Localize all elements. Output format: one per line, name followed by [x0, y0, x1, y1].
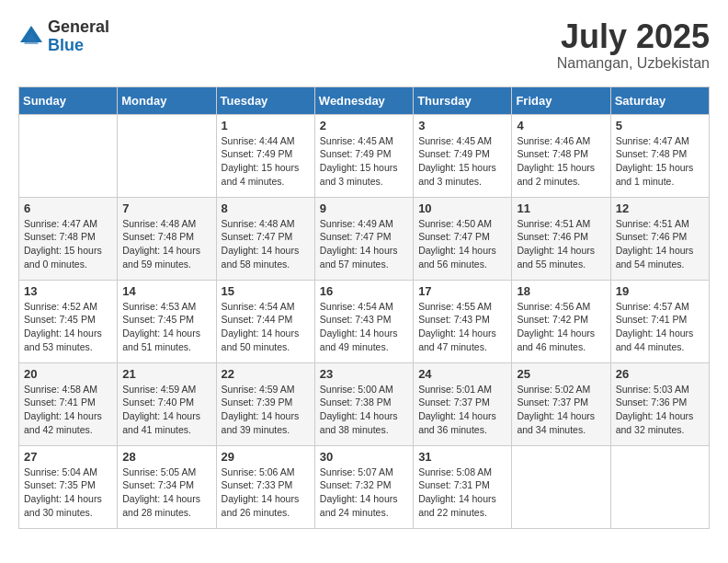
- day-info: Sunrise: 4:58 AMSunset: 7:41 PMDaylight:…: [24, 383, 112, 437]
- calendar-day: 3Sunrise: 4:45 AMSunset: 7:49 PMDaylight…: [414, 114, 512, 197]
- calendar-day: 6Sunrise: 4:47 AMSunset: 7:48 PMDaylight…: [19, 197, 118, 280]
- calendar-day: [19, 114, 118, 197]
- day-number: 20: [24, 367, 112, 381]
- day-info: Sunrise: 4:59 AMSunset: 7:40 PMDaylight:…: [122, 383, 210, 437]
- day-info: Sunrise: 4:53 AMSunset: 7:45 PMDaylight:…: [122, 300, 210, 354]
- header-tuesday: Tuesday: [216, 86, 314, 114]
- day-info: Sunrise: 4:44 AMSunset: 7:49 PMDaylight:…: [222, 134, 310, 189]
- calendar-week-0: 1Sunrise: 4:44 AMSunset: 7:49 PMDaylight…: [19, 114, 710, 197]
- day-number: 19: [616, 284, 704, 298]
- day-info: Sunrise: 4:48 AMSunset: 7:47 PMDaylight:…: [222, 217, 310, 271]
- header-thursday: Thursday: [414, 86, 512, 114]
- calendar-day: 31Sunrise: 5:08 AMSunset: 7:31 PMDayligh…: [414, 445, 512, 528]
- day-info: Sunrise: 5:03 AMSunset: 7:36 PMDaylight:…: [616, 383, 704, 437]
- calendar-day: 7Sunrise: 4:48 AMSunset: 7:48 PMDaylight…: [118, 197, 216, 280]
- day-number: 24: [418, 367, 506, 381]
- calendar-day: 24Sunrise: 5:01 AMSunset: 7:37 PMDayligh…: [414, 362, 512, 445]
- calendar-day: 17Sunrise: 4:55 AMSunset: 7:43 PMDayligh…: [414, 280, 512, 362]
- day-number: 3: [418, 119, 506, 132]
- calendar-day: 10Sunrise: 4:50 AMSunset: 7:47 PMDayligh…: [414, 197, 512, 280]
- calendar-day: [118, 114, 216, 197]
- day-number: 28: [122, 450, 210, 464]
- calendar-day: 23Sunrise: 5:00 AMSunset: 7:38 PMDayligh…: [314, 362, 413, 445]
- day-number: 25: [517, 367, 605, 381]
- day-number: 27: [24, 450, 112, 464]
- day-number: 8: [222, 201, 310, 215]
- day-number: 9: [320, 201, 408, 215]
- day-number: 21: [122, 367, 210, 381]
- logo: General Blue: [18, 18, 109, 55]
- logo-general: General: [48, 18, 109, 37]
- logo-icon: [18, 24, 44, 50]
- calendar-day: 16Sunrise: 4:54 AMSunset: 7:43 PMDayligh…: [314, 280, 413, 362]
- calendar-day: 22Sunrise: 4:59 AMSunset: 7:39 PMDayligh…: [216, 362, 314, 445]
- day-number: 6: [24, 201, 112, 215]
- calendar-day: 28Sunrise: 5:05 AMSunset: 7:34 PMDayligh…: [118, 445, 216, 528]
- day-info: Sunrise: 4:52 AMSunset: 7:45 PMDaylight:…: [24, 300, 112, 354]
- calendar-week-2: 13Sunrise: 4:52 AMSunset: 7:45 PMDayligh…: [19, 280, 710, 362]
- header-row: Sunday Monday Tuesday Wednesday Thursday…: [19, 86, 710, 114]
- calendar-day: 2Sunrise: 4:45 AMSunset: 7:49 PMDaylight…: [314, 114, 413, 197]
- day-number: 31: [418, 450, 506, 464]
- calendar-day: 11Sunrise: 4:51 AMSunset: 7:46 PMDayligh…: [512, 197, 610, 280]
- day-number: 11: [517, 201, 605, 215]
- day-info: Sunrise: 4:51 AMSunset: 7:46 PMDaylight:…: [517, 217, 605, 271]
- day-info: Sunrise: 5:00 AMSunset: 7:38 PMDaylight:…: [320, 383, 408, 437]
- calendar-day: 27Sunrise: 5:04 AMSunset: 7:35 PMDayligh…: [19, 445, 118, 528]
- page-header: General Blue July 2025 Namangan, Uzbekis…: [18, 18, 710, 72]
- day-info: Sunrise: 4:55 AMSunset: 7:43 PMDaylight:…: [418, 300, 506, 354]
- calendar-header: Sunday Monday Tuesday Wednesday Thursday…: [19, 86, 710, 114]
- day-number: 12: [616, 201, 704, 215]
- calendar-day: 20Sunrise: 4:58 AMSunset: 7:41 PMDayligh…: [19, 362, 118, 445]
- day-number: 7: [122, 201, 210, 215]
- day-number: 1: [222, 119, 310, 132]
- logo-blue: Blue: [48, 37, 109, 55]
- calendar-table: Sunday Monday Tuesday Wednesday Thursday…: [18, 86, 710, 529]
- calendar-week-4: 27Sunrise: 5:04 AMSunset: 7:35 PMDayligh…: [19, 445, 710, 528]
- day-info: Sunrise: 4:46 AMSunset: 7:48 PMDaylight:…: [517, 134, 605, 189]
- calendar-day: 9Sunrise: 4:49 AMSunset: 7:47 PMDaylight…: [314, 197, 413, 280]
- calendar-day: [610, 445, 709, 528]
- calendar-week-3: 20Sunrise: 4:58 AMSunset: 7:41 PMDayligh…: [19, 362, 710, 445]
- header-sunday: Sunday: [19, 86, 118, 114]
- day-info: Sunrise: 4:54 AMSunset: 7:43 PMDaylight:…: [320, 300, 408, 354]
- calendar-day: 14Sunrise: 4:53 AMSunset: 7:45 PMDayligh…: [118, 280, 216, 362]
- day-info: Sunrise: 5:04 AMSunset: 7:35 PMDaylight:…: [24, 465, 112, 520]
- day-info: Sunrise: 5:05 AMSunset: 7:34 PMDaylight:…: [122, 465, 210, 520]
- day-number: 26: [616, 367, 704, 381]
- calendar-day: 25Sunrise: 5:02 AMSunset: 7:37 PMDayligh…: [512, 362, 610, 445]
- calendar-day: 4Sunrise: 4:46 AMSunset: 7:48 PMDaylight…: [512, 114, 610, 197]
- calendar-day: 18Sunrise: 4:56 AMSunset: 7:42 PMDayligh…: [512, 280, 610, 362]
- day-info: Sunrise: 4:45 AMSunset: 7:49 PMDaylight:…: [320, 134, 408, 189]
- day-info: Sunrise: 4:48 AMSunset: 7:48 PMDaylight:…: [122, 217, 210, 271]
- day-number: 2: [320, 119, 408, 132]
- title-area: July 2025 Namangan, Uzbekistan: [557, 18, 710, 72]
- day-info: Sunrise: 4:54 AMSunset: 7:44 PMDaylight:…: [222, 300, 310, 354]
- day-info: Sunrise: 4:57 AMSunset: 7:41 PMDaylight:…: [616, 300, 704, 354]
- calendar-day: 8Sunrise: 4:48 AMSunset: 7:47 PMDaylight…: [216, 197, 314, 280]
- day-info: Sunrise: 4:51 AMSunset: 7:46 PMDaylight:…: [616, 217, 704, 271]
- calendar-body: 1Sunrise: 4:44 AMSunset: 7:49 PMDaylight…: [19, 114, 710, 528]
- calendar-day: 19Sunrise: 4:57 AMSunset: 7:41 PMDayligh…: [610, 280, 709, 362]
- calendar-day: 13Sunrise: 4:52 AMSunset: 7:45 PMDayligh…: [19, 280, 118, 362]
- day-number: 5: [616, 119, 704, 132]
- day-number: 16: [320, 284, 408, 298]
- day-info: Sunrise: 4:49 AMSunset: 7:47 PMDaylight:…: [320, 217, 408, 271]
- day-info: Sunrise: 4:47 AMSunset: 7:48 PMDaylight:…: [616, 134, 704, 189]
- day-number: 14: [122, 284, 210, 298]
- calendar-day: 29Sunrise: 5:06 AMSunset: 7:33 PMDayligh…: [216, 445, 314, 528]
- calendar-day: 12Sunrise: 4:51 AMSunset: 7:46 PMDayligh…: [610, 197, 709, 280]
- day-info: Sunrise: 5:06 AMSunset: 7:33 PMDaylight:…: [222, 465, 310, 520]
- day-number: 17: [418, 284, 506, 298]
- day-number: 10: [418, 201, 506, 215]
- calendar-day: 21Sunrise: 4:59 AMSunset: 7:40 PMDayligh…: [118, 362, 216, 445]
- day-number: 18: [517, 284, 605, 298]
- location: Namangan, Uzbekistan: [557, 55, 710, 72]
- header-monday: Monday: [118, 86, 216, 114]
- day-info: Sunrise: 4:59 AMSunset: 7:39 PMDaylight:…: [222, 383, 310, 437]
- day-number: 22: [222, 367, 310, 381]
- day-number: 23: [320, 367, 408, 381]
- day-info: Sunrise: 4:45 AMSunset: 7:49 PMDaylight:…: [418, 134, 506, 189]
- day-number: 4: [517, 119, 605, 132]
- day-number: 13: [24, 284, 112, 298]
